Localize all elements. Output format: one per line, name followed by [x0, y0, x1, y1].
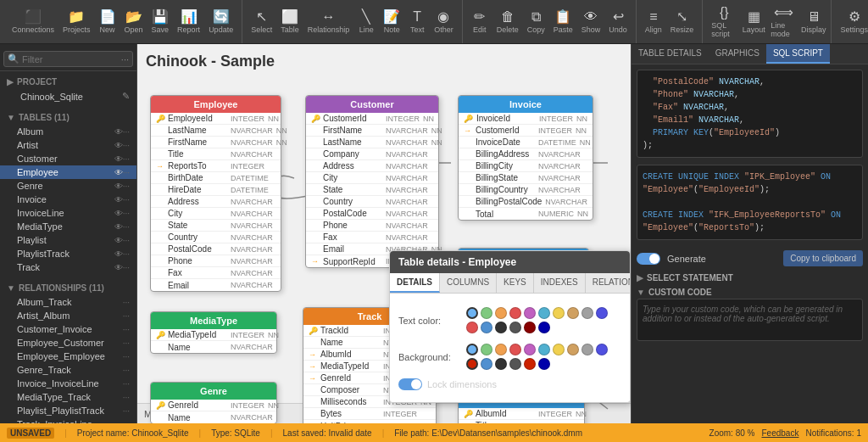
sidebar-item-mediatype[interactable]: MediaType 👁 ···	[0, 220, 136, 233]
graphics-tab[interactable]: GRAPHICS	[709, 44, 766, 64]
rel-mediatype-track[interactable]: MediaType_Track···	[0, 390, 136, 404]
text-color-dot[interactable]	[538, 322, 550, 333]
bg-color-dot[interactable]	[481, 358, 492, 370]
details-tab[interactable]: DETAILS	[390, 273, 440, 293]
new-btn[interactable]: 📄 New	[96, 8, 120, 36]
sidebar-item-customer[interactable]: Customer 👁 ···	[0, 152, 136, 165]
text-color-dot[interactable]	[524, 307, 536, 319]
undo-btn[interactable]: ↩Undo	[605, 8, 631, 36]
update-btn[interactable]: 🔄 Update	[205, 8, 236, 36]
sql-script-right-tab[interactable]: SQL SCRIPT	[766, 44, 830, 64]
text-color-dot[interactable]	[581, 307, 593, 319]
rel-genre-track[interactable]: Genre_Track···	[0, 363, 136, 377]
bg-color-dot[interactable]	[509, 358, 521, 370]
genre-table[interactable]: Genre 🔑GenreIdINTEGERNN NameNVARCHAR	[150, 382, 277, 423]
custom-code-section[interactable]: ▼ CUSTOM CODE	[637, 284, 863, 299]
relationships-tab[interactable]: RELATIONSHIPS	[586, 273, 630, 293]
bg-color-dot[interactable]	[567, 344, 579, 355]
sidebar-item-genre[interactable]: Genre 👁 ···	[0, 179, 136, 193]
bg-color-dot[interactable]	[524, 344, 536, 355]
select-statement-section[interactable]: ▶ SELECT STATEMENT	[637, 270, 863, 284]
bg-color-dot[interactable]	[466, 358, 478, 370]
note-btn[interactable]: 📝Note	[380, 8, 403, 36]
bg-color-dot[interactable]	[538, 358, 550, 370]
indexes-tab[interactable]: INDEXES	[534, 273, 586, 293]
rel-employee-customer[interactable]: Employee_Customer···	[0, 336, 136, 350]
text-color-dot[interactable]	[538, 307, 550, 319]
project-section-title[interactable]: ▶ PROJECT	[0, 75, 136, 89]
rel-employee-employee[interactable]: Employee_Employee···	[0, 350, 136, 363]
text-color-dot[interactable]	[524, 322, 536, 333]
columns-tab[interactable]: COLUMNS	[440, 273, 497, 293]
edit-btn[interactable]: ✏Edit	[468, 8, 492, 36]
text-color-dot[interactable]	[466, 322, 478, 333]
sidebar-item-album[interactable]: Album 👁 ···	[0, 125, 136, 138]
align-btn[interactable]: ≡Align	[642, 8, 665, 36]
connections-btn[interactable]: ⬛ Connections	[8, 8, 58, 36]
rel-track-invoiceline[interactable]: Track_InvoiceLine···	[0, 417, 136, 423]
text-color-dot[interactable]	[481, 322, 492, 333]
delete-btn[interactable]: 🗑Delete	[493, 8, 522, 36]
tables-section-title[interactable]: ▼ TABLES (11)	[0, 110, 136, 125]
rel-customer-invoice[interactable]: Customer_Invoice···	[0, 322, 136, 336]
custom-code-area[interactable]: Type in your custom code, which can be g…	[637, 299, 863, 341]
display-btn[interactable]: 🖥Display	[801, 8, 826, 36]
open-btn[interactable]: 📂 Open	[121, 8, 147, 36]
notifications-status[interactable]: Notifications: 1	[805, 428, 861, 438]
sidebar-item-track[interactable]: Track 👁 ···	[0, 260, 136, 274]
sidebar-item-artist[interactable]: Artist 👁 ···	[0, 138, 136, 152]
rel-playlist-playlisttrack[interactable]: Playlist_PlaylistTrack···	[0, 404, 136, 417]
paste-btn[interactable]: 📋Paste	[550, 8, 576, 36]
layout-btn[interactable]: ▦Layout	[742, 8, 765, 36]
customer-table[interactable]: Customer 🔑CustomerIdINTEGERNN FirstNameN…	[305, 95, 439, 268]
feedback-btn[interactable]: Feedback	[761, 428, 798, 438]
bg-color-dot[interactable]	[538, 344, 550, 355]
line-btn[interactable]: ╲Line	[354, 8, 378, 36]
text-color-dot[interactable]	[553, 307, 565, 319]
save-btn[interactable]: 💾 Save	[148, 8, 173, 36]
rel-artist-album[interactable]: Artist_Album···	[0, 309, 136, 322]
sidebar-item-playlisttrack[interactable]: PlaylistTrack 👁 ···	[0, 247, 136, 260]
relationships-section-title[interactable]: ▼ RELATIONSHIPS (11)	[0, 281, 136, 295]
text-color-dot[interactable]	[509, 322, 521, 333]
bg-color-dot[interactable]	[495, 358, 507, 370]
sidebar-filter-container[interactable]: 🔍 ···	[3, 51, 133, 67]
rel-album-track[interactable]: Album_Track···	[0, 295, 136, 309]
settings-btn[interactable]: ⚙Settings	[837, 8, 868, 36]
resize-btn[interactable]: ⤡Resize	[667, 8, 698, 36]
bg-color-dot[interactable]	[466, 344, 478, 355]
text-color-dot[interactable]	[495, 307, 507, 319]
other-btn[interactable]: ◉Other	[431, 8, 457, 36]
bg-color-dot[interactable]	[509, 344, 521, 355]
project-item[interactable]: Chinook_Sqlite ✎	[0, 89, 136, 104]
rel-invoice-invoiceline[interactable]: Invoice_InvoiceLine···	[0, 377, 136, 390]
invoice-table[interactable]: Invoice 🔑InvoiceIdINTEGERNN →CustomerIdI…	[458, 95, 593, 221]
sidebar-item-invoiceline[interactable]: InvoiceLine 👁 ···	[0, 206, 136, 220]
lock-dimensions-toggle[interactable]	[398, 378, 422, 390]
employee-table[interactable]: Employee 🔑EmployeeIdINTEGERNN LastNameNV…	[150, 95, 281, 292]
bg-color-dot[interactable]	[495, 344, 507, 355]
sidebar-item-employee[interactable]: Employee 👁 ···	[0, 165, 136, 179]
bg-color-dot[interactable]	[553, 344, 565, 355]
text-color-dot[interactable]	[509, 307, 521, 319]
show-btn[interactable]: 👁Show	[578, 8, 604, 36]
canvas-area[interactable]: Chinook - Sample Employee 🔑Employe	[137, 44, 631, 423]
sidebar-item-invoice[interactable]: Invoice 👁 ···	[0, 193, 136, 206]
copy-to-clipboard-button[interactable]: Copy to clipboard	[783, 250, 863, 266]
keys-tab[interactable]: KEYS	[497, 273, 534, 293]
bg-color-dot[interactable]	[481, 344, 492, 355]
generate-toggle[interactable]	[637, 253, 660, 265]
text-btn[interactable]: TText	[405, 8, 429, 36]
text-color-dot[interactable]	[567, 307, 579, 319]
bg-color-dot[interactable]	[524, 358, 536, 370]
text-color-dot[interactable]	[596, 307, 608, 319]
text-color-dot[interactable]	[466, 307, 478, 319]
projects-btn[interactable]: 📁 Projects	[59, 8, 94, 36]
table-details-tab[interactable]: TABLE DETAILS	[632, 44, 709, 64]
sql-script-btn[interactable]: {}SQL script	[708, 4, 740, 40]
select-btn[interactable]: ↖Select	[248, 8, 275, 36]
text-color-dot[interactable]	[495, 322, 507, 333]
report-btn[interactable]: 📊 Report	[174, 8, 203, 36]
bg-color-dot[interactable]	[581, 344, 593, 355]
search-input[interactable]	[22, 54, 121, 64]
